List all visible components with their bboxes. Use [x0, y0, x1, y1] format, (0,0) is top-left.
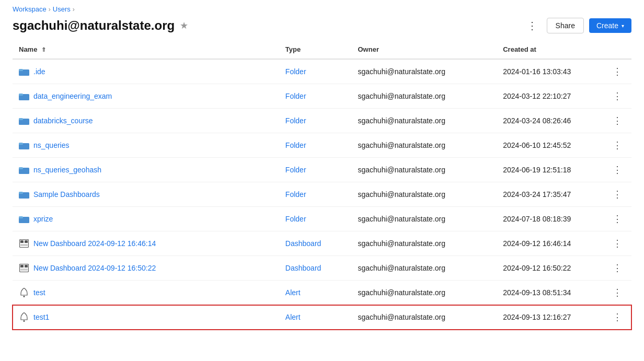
cell-created: 2024-09-12 16:50:22: [497, 256, 603, 281]
item-type: Alert: [285, 313, 301, 321]
row-actions-button[interactable]: ⋮: [610, 286, 625, 299]
breadcrumb-users[interactable]: Users: [53, 5, 71, 13]
cell-name: xprize: [13, 207, 279, 231]
item-type: Folder: [285, 92, 306, 100]
cell-actions: ⋮: [603, 133, 631, 158]
item-name-link[interactable]: ns_queries_geohash: [33, 166, 101, 174]
row-actions-button[interactable]: ⋮: [610, 163, 625, 177]
page-title: sgachuhi@naturalstate.org: [13, 18, 175, 33]
item-name-link[interactable]: data_engineering_exam: [33, 92, 112, 100]
table-row: xprize Folder sgachuhi@naturalstate.org …: [13, 207, 631, 231]
cell-owner: sgachuhi@naturalstate.org: [351, 133, 497, 158]
cell-name: ns_queries: [13, 133, 279, 158]
row-actions-button[interactable]: ⋮: [610, 89, 625, 103]
cell-owner: sgachuhi@naturalstate.org: [351, 59, 497, 84]
create-button[interactable]: Create ▾: [589, 18, 631, 33]
table-row: data_engineering_exam Folder sgachuhi@na…: [13, 84, 631, 109]
title-row: sgachuhi@naturalstate.org ★ ⋮ Share Crea…: [0, 15, 644, 40]
item-created: 2024-07-18 08:18:39: [503, 215, 571, 223]
item-name-link[interactable]: xprize: [33, 215, 53, 223]
table-row: databricks_course Folder sgachuhi@natura…: [13, 109, 631, 133]
share-button[interactable]: Share: [547, 18, 584, 33]
cell-owner: sgachuhi@naturalstate.org: [351, 305, 497, 330]
item-created: 2024-03-24 08:26:46: [503, 117, 571, 125]
cell-actions: ⋮: [603, 182, 631, 207]
cell-name: New Dashboard 2024-09-12 16:46:14: [13, 231, 279, 256]
item-name-link[interactable]: test: [33, 288, 45, 297]
cell-actions: ⋮: [603, 109, 631, 133]
cell-name: ns_queries_geohash: [13, 158, 279, 182]
page: Workspace › Users › sgachuhi@naturalstat…: [0, 0, 644, 361]
cell-actions: ⋮: [603, 158, 631, 182]
breadcrumb-sep-1: ›: [49, 6, 51, 13]
row-actions-button[interactable]: ⋮: [610, 261, 625, 275]
item-created: 2024-03-12 22:10:27: [503, 92, 571, 100]
breadcrumb-workspace[interactable]: Workspace: [13, 5, 47, 13]
item-name-link[interactable]: Sample Dashboards: [33, 190, 100, 199]
folder-icon: [19, 67, 29, 76]
folder-icon: [19, 215, 29, 223]
cell-name: Sample Dashboards: [13, 182, 279, 207]
cell-created: 2024-03-24 08:26:46: [497, 109, 603, 133]
row-actions-button[interactable]: ⋮: [610, 310, 625, 324]
folder-icon: [19, 92, 29, 100]
item-created: 2024-09-13 08:51:34: [503, 288, 571, 297]
item-created: 2024-01-16 13:03:43: [503, 67, 571, 76]
row-actions-button[interactable]: ⋮: [610, 65, 625, 78]
row-actions-button[interactable]: ⋮: [610, 237, 625, 250]
cell-owner: sgachuhi@naturalstate.org: [351, 182, 497, 207]
row-actions-button[interactable]: ⋮: [610, 188, 625, 201]
cell-name: New Dashboard 2024-09-12 16:50:22: [13, 256, 279, 281]
dashboard-icon: [19, 239, 29, 248]
sort-icon: ⇑: [41, 46, 46, 53]
cell-created: 2024-07-18 08:18:39: [497, 207, 603, 231]
item-type: Folder: [285, 190, 306, 199]
svg-rect-21: [20, 269, 28, 271]
cell-created: 2024-06-10 12:45:52: [497, 133, 603, 158]
cell-created: 2024-06-19 12:51:18: [497, 158, 603, 182]
svg-rect-1: [19, 69, 23, 71]
item-created: 2024-09-13 12:16:27: [503, 313, 571, 321]
more-options-button[interactable]: ⋮: [523, 17, 542, 34]
cell-type: Dashboard: [279, 256, 352, 281]
column-header-owner[interactable]: Owner: [351, 40, 497, 59]
row-actions-button[interactable]: ⋮: [610, 212, 625, 226]
column-header-created[interactable]: Created at: [497, 40, 603, 59]
cell-type: Folder: [279, 133, 352, 158]
item-name-link[interactable]: test1: [33, 313, 49, 321]
star-icon[interactable]: ★: [180, 20, 188, 31]
cell-owner: sgachuhi@naturalstate.org: [351, 256, 497, 281]
cell-owner: sgachuhi@naturalstate.org: [351, 84, 497, 109]
column-header-name[interactable]: Name ⇑: [13, 40, 279, 59]
item-name-link[interactable]: .ide: [33, 67, 45, 76]
item-name-link[interactable]: New Dashboard 2024-09-12 16:46:14: [33, 239, 156, 248]
svg-rect-20: [25, 265, 28, 267]
cell-type: Alert: [279, 281, 352, 305]
cell-actions: ⋮: [603, 281, 631, 305]
item-type: Folder: [285, 215, 306, 223]
create-chevron-icon: ▾: [622, 23, 624, 29]
item-name-link[interactable]: ns_queries: [33, 141, 70, 149]
cell-owner: sgachuhi@naturalstate.org: [351, 207, 497, 231]
table-row: New Dashboard 2024-09-12 16:46:14 Dashbo…: [13, 231, 631, 256]
item-type: Folder: [285, 166, 306, 174]
item-type: Alert: [285, 288, 301, 297]
breadcrumb-sep-2: ›: [73, 6, 75, 13]
cell-owner: sgachuhi@naturalstate.org: [351, 158, 497, 182]
item-type: Dashboard: [285, 239, 321, 248]
cell-name: .ide: [13, 59, 279, 84]
item-name-link[interactable]: databricks_course: [33, 117, 93, 125]
row-actions-button[interactable]: ⋮: [610, 114, 625, 127]
table-row: test1 Alert sgachuhi@naturalstate.org 20…: [13, 305, 631, 330]
column-header-type[interactable]: Type: [279, 40, 352, 59]
cell-owner: sgachuhi@naturalstate.org: [351, 281, 497, 305]
table-row: ns_queries Folder sgachuhi@naturalstate.…: [13, 133, 631, 158]
row-actions-button[interactable]: ⋮: [610, 138, 625, 152]
workspace-table: Name ⇑ Type Owner Created at: [13, 40, 631, 330]
item-name-link[interactable]: New Dashboard 2024-09-12 16:50:22: [33, 264, 156, 272]
alert-icon: [19, 288, 29, 297]
cell-owner: sgachuhi@naturalstate.org: [351, 231, 497, 256]
cell-type: Folder: [279, 109, 352, 133]
item-type: Dashboard: [285, 264, 321, 272]
title-left: sgachuhi@naturalstate.org ★: [13, 18, 188, 33]
